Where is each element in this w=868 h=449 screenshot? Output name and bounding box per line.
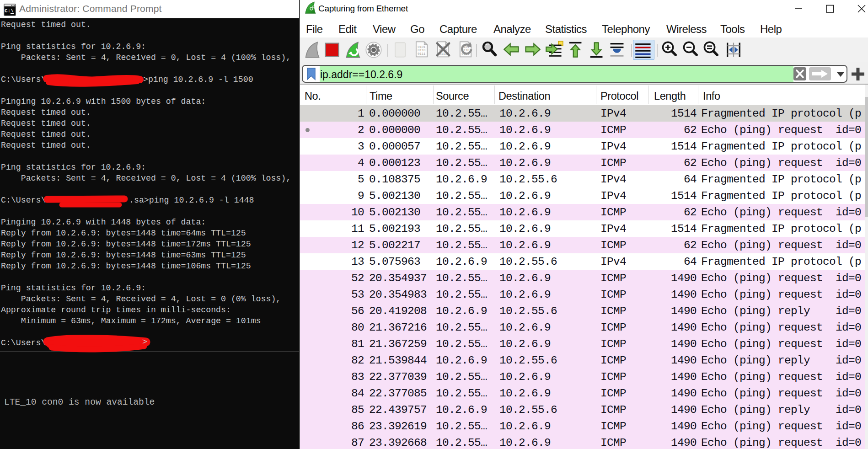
svg-text:0111: 0111 (418, 52, 425, 56)
